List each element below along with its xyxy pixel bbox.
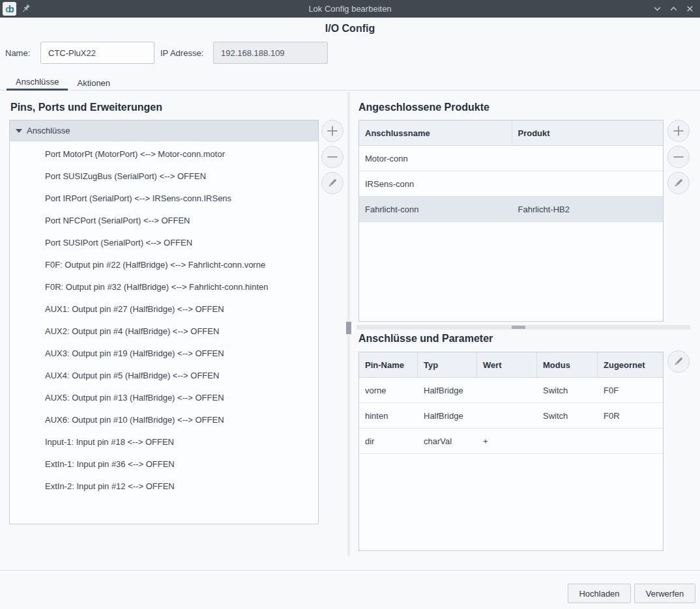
tree-item[interactable]: F0R: Output pin #32 (HalfBridge) <--> Fa… <box>10 276 318 298</box>
lok-config-window: c b Lok Config bearbeiten <box>0 0 700 609</box>
upload-button[interactable]: Hochladen <box>568 584 631 603</box>
titlebar: c b Lok Config bearbeiten <box>0 0 700 18</box>
page-title: I/O Config <box>0 23 700 35</box>
discard-button[interactable]: Verwerfen <box>634 584 695 603</box>
cell-pin-name: hinten <box>359 403 418 428</box>
pins-remove-button[interactable] <box>321 146 343 168</box>
pencil-icon <box>672 355 685 368</box>
tree-item[interactable]: F0F: Output pin #22 (HalfBridge) <--> Fa… <box>10 254 318 276</box>
close-icon <box>686 5 694 13</box>
products-section-heading: Angeschlossene Produkte <box>358 102 489 113</box>
cell-wert <box>477 403 537 428</box>
column-header-anschlussname[interactable]: Anschlussname <box>359 120 512 145</box>
products-table: Anschlussname Produkt Motor-conn IRSens-… <box>358 120 664 322</box>
cell-zugeornet <box>598 429 663 453</box>
table-row[interactable]: dir charVal + <box>359 429 663 454</box>
window-title: Lok Config bearbeiten <box>0 4 700 14</box>
cell-modus <box>537 429 598 453</box>
column-header-produkt[interactable]: Produkt <box>512 120 664 145</box>
params-table-header: Pin-Name Typ Wert Modus Zugeornet <box>359 352 663 378</box>
cell-produkt: Fahrlicht-HB2 <box>512 197 664 221</box>
cell-modus: Switch <box>537 403 598 428</box>
tree-item[interactable]: Port IRPort (SerialPort) <--> IRSens-con… <box>10 188 318 210</box>
cell-wert: + <box>477 429 537 453</box>
horizontal-splitter-handle[interactable] <box>512 326 525 329</box>
params-table: Pin-Name Typ Wert Modus Zugeornet vorne … <box>358 352 664 551</box>
tree-item[interactable]: AUX3: Output pin #19 (HalfBridge) <--> O… <box>10 343 318 365</box>
column-header-wert[interactable]: Wert <box>477 352 537 377</box>
table-row[interactable]: vorne HalfBridge Switch F0F <box>359 378 663 403</box>
pins-section-heading: Pins, Ports und Erweiterungen <box>10 102 162 113</box>
tree-items: Port MotorPt (MotorPort) <--> Motor-conn… <box>10 141 318 498</box>
products-add-button[interactable] <box>667 120 690 142</box>
tab-bar: Anschlüsse Aktionen <box>0 72 700 91</box>
table-row-selected[interactable]: Fahrlicht-conn Fahrlicht-HB2 <box>359 197 663 222</box>
cell-wert <box>477 378 537 403</box>
tree-item[interactable]: Port NFCPort (SerialPort) <--> OFFEN <box>10 210 318 232</box>
tree-item[interactable]: AUX2: Output pin #4 (HalfBridge) <--> OF… <box>10 320 318 343</box>
cell-pin-name: vorne <box>359 378 418 403</box>
cell-modus: Switch <box>537 378 598 403</box>
cell-anschlussname: Fahrlicht-conn <box>359 197 512 221</box>
pencil-icon <box>326 177 339 190</box>
cell-pin-name: dir <box>359 429 418 453</box>
column-header-typ[interactable]: Typ <box>418 352 477 377</box>
tab-anschluesse[interactable]: Anschlüsse <box>7 72 68 91</box>
cell-typ: HalfBridge <box>418 378 477 403</box>
cell-produkt <box>512 146 664 171</box>
chevron-up-icon <box>669 5 678 13</box>
plus-icon <box>327 125 338 137</box>
tree-item[interactable]: AUX5: Output pin #13 (HalfBridge) <--> O… <box>10 387 318 409</box>
tree-root-anschluesse[interactable]: Anschlüsse <box>10 120 318 141</box>
plus-icon <box>673 125 684 137</box>
minimize-button[interactable] <box>652 4 662 14</box>
tree-item[interactable]: AUX6: Output pin #10 (HalfBridge) <--> O… <box>10 409 318 431</box>
chevron-down-icon <box>653 5 662 13</box>
cell-zugeornet: F0F <box>598 378 663 403</box>
table-row[interactable]: IRSens-conn <box>359 171 663 197</box>
maximize-button[interactable] <box>668 4 678 14</box>
cell-produkt <box>512 171 664 196</box>
footer-separator <box>0 570 700 571</box>
cell-anschlussname: Motor-conn <box>359 146 512 171</box>
products-table-header: Anschlussname Produkt <box>359 120 663 146</box>
column-header-pin-name[interactable]: Pin-Name <box>359 352 418 377</box>
tree-item[interactable]: Port SUSIPort (SerialPort) <--> OFFEN <box>10 232 318 254</box>
column-header-zugeornet[interactable]: Zugeornet <box>598 352 663 377</box>
close-button[interactable] <box>684 4 695 14</box>
pins-edit-button[interactable] <box>321 172 343 194</box>
tree-item[interactable]: Port SUSIZugBus (SerialPort) <--> OFFEN <box>10 165 318 188</box>
column-header-modus[interactable]: Modus <box>537 352 598 377</box>
tree-item[interactable]: ExtIn-1: Input pin #36 <--> OFFEN <box>10 453 318 475</box>
tree-item[interactable]: Port MotorPt (MotorPort) <--> Motor-conn… <box>10 143 318 165</box>
minus-icon <box>327 151 338 163</box>
pins-add-button[interactable] <box>321 120 343 142</box>
cell-anschlussname: IRSens-conn <box>359 171 512 196</box>
tree-item[interactable]: Input-1: Input pin #18 <--> OFFEN <box>10 431 318 453</box>
products-remove-button[interactable] <box>667 146 690 168</box>
expander-icon[interactable] <box>16 129 22 133</box>
tree-item[interactable]: AUX1: Output pin #27 (HalfBridge) <--> O… <box>10 298 318 320</box>
minus-icon <box>673 151 684 163</box>
tree-root-label: Anschlüsse <box>27 126 70 135</box>
name-label: Name: <box>5 48 30 58</box>
vertical-splitter-handle[interactable] <box>346 322 351 334</box>
name-input[interactable] <box>40 42 154 64</box>
tree-item[interactable]: AUX4: Output pin #5 (HalfBridge) <--> OF… <box>10 365 318 387</box>
pins-tree: Anschlüsse Port MotorPt (MotorPort) <-->… <box>9 120 319 524</box>
params-edit-button[interactable] <box>667 350 690 373</box>
tree-item[interactable]: ExtIn-2: Input pin #12 <--> OFFEN <box>10 475 318 498</box>
ip-address-input <box>213 42 328 64</box>
window-controls <box>652 0 695 18</box>
cell-zugeornet: F0R <box>598 403 663 428</box>
pencil-icon <box>672 177 685 190</box>
tab-aktionen[interactable]: Aktionen <box>68 72 119 91</box>
cell-typ: HalfBridge <box>418 403 477 428</box>
cell-typ: charVal <box>418 429 477 453</box>
params-section-heading: Anschlüsse und Parameter <box>358 333 493 345</box>
table-row[interactable]: Motor-conn <box>359 146 663 171</box>
ip-address-label: IP Adresse: <box>160 48 203 58</box>
products-edit-button[interactable] <box>667 172 690 194</box>
table-row[interactable]: hinten HalfBridge Switch F0R <box>359 403 663 429</box>
